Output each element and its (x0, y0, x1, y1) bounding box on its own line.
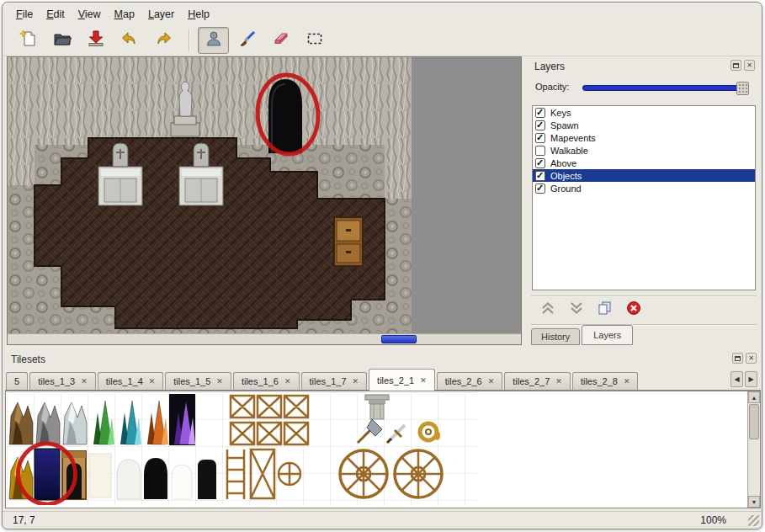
layers-panel-header: Layers ✕ (529, 60, 759, 73)
menu-file[interactable]: File (9, 6, 40, 23)
opacity-slider-handle[interactable] (736, 82, 749, 95)
close-tab-icon[interactable]: ✕ (149, 377, 156, 386)
tab-scroll-left-button[interactable]: ◀ (730, 371, 743, 387)
selection-rect-icon (305, 29, 324, 51)
opacity-slider[interactable] (582, 85, 749, 91)
close-tab-icon[interactable]: ✕ (284, 377, 291, 386)
tileset-tab[interactable]: tiles_2_6✕ (437, 372, 503, 390)
scroll-down-button[interactable]: ▼ (748, 496, 760, 508)
entity-tool-button[interactable] (198, 27, 229, 54)
tilesets-panel: Tilesets ✕ 5 tiles_1_3✕ tiles_1_4✕ tiles… (5, 349, 761, 511)
tab-layers[interactable]: Layers (582, 325, 633, 345)
map-horizontal-scrollbar[interactable] (8, 333, 521, 344)
resize-grip[interactable] (748, 515, 759, 526)
tab-scroll-right-button[interactable]: ▶ (745, 371, 757, 387)
layer-checkbox[interactable]: ✓ (535, 133, 545, 143)
layer-row-above[interactable]: ✓ Above (533, 157, 755, 169)
tileset-vertical-scrollbar[interactable]: ▲ ▼ (747, 391, 760, 508)
undo-button[interactable] (114, 27, 145, 54)
float-panel-button[interactable] (730, 60, 741, 71)
check-icon: ✓ (536, 120, 544, 130)
map-image[interactable] (8, 57, 412, 333)
divider (531, 295, 757, 297)
opacity-label: Opacity: (535, 82, 569, 92)
opacity-row: Opacity: (535, 80, 752, 95)
close-panel-button[interactable]: ✕ (746, 353, 757, 364)
tileset-tab-active[interactable]: tiles_2_1✕ (369, 369, 435, 391)
open-button[interactable] (46, 27, 77, 54)
save-button[interactable] (80, 27, 111, 54)
raise-layer-button[interactable] (537, 301, 559, 319)
select-tool-button[interactable] (299, 27, 330, 54)
menu-view[interactable]: View (72, 6, 108, 23)
layer-row-ground[interactable]: ✓ Ground (533, 182, 755, 194)
tileset-tab[interactable]: tiles_2_8✕ (572, 372, 639, 390)
layer-checkbox[interactable]: ✓ (535, 120, 545, 130)
menu-bar: File Edit View Map Layer Help (3, 5, 762, 24)
layers-panel-title: Layers (534, 61, 565, 72)
layer-row-mapevents[interactable]: ✓ Mapevents (533, 131, 755, 144)
menu-layer[interactable]: Layer (141, 6, 181, 23)
float-panel-button[interactable] (732, 353, 743, 364)
save-icon (87, 29, 105, 51)
tab-history[interactable]: History (531, 328, 580, 345)
selected-tile[interactable] (35, 449, 60, 500)
check-icon: ✓ (536, 157, 544, 168)
brush-tool-button[interactable] (231, 27, 263, 54)
tileset-tab[interactable]: tiles_1_3✕ (29, 372, 96, 390)
menu-help[interactable]: Help (181, 6, 216, 23)
check-icon: ✓ (536, 107, 544, 118)
close-panel-button[interactable]: ✕ (744, 60, 755, 71)
close-tab-icon[interactable]: ✕ (353, 377, 359, 386)
tileset-tab[interactable]: 5 (6, 372, 28, 390)
check-icon: ✓ (536, 183, 544, 194)
close-icon: ✕ (746, 61, 752, 69)
layer-checkbox[interactable]: ✓ (535, 146, 545, 156)
duplicate-layer-button[interactable] (594, 301, 616, 319)
layer-row-objects[interactable]: ✓ Objects (533, 169, 755, 182)
layer-checkbox[interactable]: ✓ (535, 184, 545, 194)
zoom-level: 100% (700, 514, 726, 526)
layer-row-walkable[interactable]: ✓ Walkable (533, 144, 755, 157)
redo-button[interactable] (147, 27, 178, 54)
tileset-tab[interactable]: tiles_2_7✕ (504, 372, 571, 390)
close-tab-icon[interactable]: ✕ (555, 377, 562, 386)
layer-checkbox[interactable]: ✓ (535, 158, 545, 168)
vscroll-thumb[interactable] (749, 404, 759, 439)
check-icon: ✓ (536, 170, 544, 181)
close-tab-icon[interactable]: ✕ (624, 377, 630, 386)
brush-icon (238, 29, 257, 51)
tileset-tab[interactable]: tiles_1_5✕ (165, 372, 231, 390)
tileset-tab[interactable]: tiles_1_4✕ (98, 372, 164, 390)
menu-edit[interactable]: Edit (40, 6, 72, 23)
close-tab-icon[interactable]: ✕ (488, 377, 495, 386)
close-tab-icon[interactable]: ✕ (81, 377, 88, 386)
layer-name: Above (550, 158, 576, 168)
close-tab-icon[interactable]: ✕ (216, 377, 223, 386)
tileset-tab[interactable]: tiles_1_7✕ (301, 372, 368, 390)
float-icon (735, 356, 741, 361)
status-bar: 17, 7 100% (3, 511, 762, 529)
delete-layer-button[interactable] (623, 301, 645, 319)
tileset-image[interactable] (7, 392, 478, 505)
layer-row-keys[interactable]: ✓ Keys (533, 106, 755, 119)
layer-row-spawn[interactable]: ✓ Spawn (533, 119, 755, 131)
eraser-tool-button[interactable] (265, 27, 296, 54)
new-file-button[interactable] (13, 27, 44, 54)
layer-name: Objects (550, 171, 582, 181)
map-canvas[interactable] (8, 57, 412, 333)
menu-map[interactable]: Map (108, 6, 141, 23)
tileset-tabbar: 5 tiles_1_3✕ tiles_1_4✕ tiles_1_5✕ tiles… (5, 368, 761, 391)
layer-list: ✓ Keys ✓ Spawn ✓ Mapevents ✓ Walkable ✓ … (532, 105, 756, 290)
tileset-content[interactable]: ▲ ▼ (5, 391, 761, 508)
lower-layer-button[interactable] (566, 301, 587, 319)
layer-checkbox[interactable]: ✓ (535, 108, 545, 118)
close-tab-icon[interactable]: ✕ (420, 376, 427, 385)
layer-checkbox[interactable]: ✓ (535, 171, 545, 181)
undo-icon (120, 29, 139, 51)
layer-name: Mapevents (550, 133, 596, 143)
map-hscroll-thumb[interactable] (381, 335, 417, 343)
scroll-up-button[interactable]: ▲ (748, 391, 760, 403)
duplicate-icon (597, 301, 614, 319)
tileset-tab[interactable]: tiles_1_6✕ (233, 372, 300, 390)
